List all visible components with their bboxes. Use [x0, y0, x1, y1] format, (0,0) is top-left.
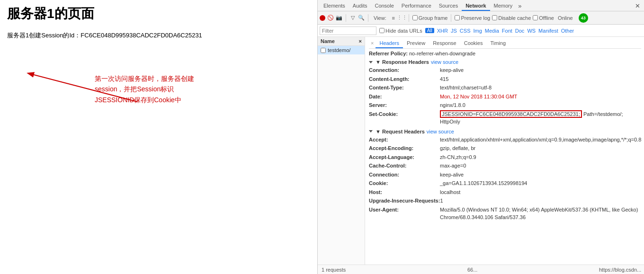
requests-count: 1 requests — [322, 267, 346, 273]
content-length-row: Content-Length: 415 — [369, 75, 641, 83]
date-row: Date: Mon, 12 Nov 2018 11:30:04 GMT — [369, 93, 641, 101]
tab-timing[interactable]: Timing — [486, 39, 510, 48]
font-filter[interactable]: Font — [502, 28, 512, 34]
tab-console[interactable]: Console — [371, 1, 397, 11]
group-frame-checkbox[interactable] — [412, 15, 418, 20]
cookie-row: Cookie: _ga=GA1.1.1026713934.1529998194 — [369, 179, 641, 187]
detail-panel-close[interactable]: × — [369, 39, 376, 48]
more-tabs-icon[interactable]: » — [516, 1, 523, 11]
date-name: Date: — [369, 93, 440, 101]
date-value: Mon, 12 Nov 2018 11:30:04 GMT — [440, 93, 517, 101]
hide-data-urls-checkbox[interactable] — [379, 28, 385, 33]
stop-icon[interactable]: 🚫 — [327, 15, 334, 21]
img-filter[interactable]: Img — [473, 28, 482, 34]
search-icon[interactable]: 🔍 — [358, 15, 365, 21]
tab-memory[interactable]: Memory — [490, 1, 517, 11]
ws-filter[interactable]: WS — [527, 28, 536, 34]
content-type-name: Content-Type: — [369, 84, 440, 92]
bottom-link[interactable]: https://blog.csdn... — [599, 267, 641, 273]
bottom-bar: 1 requests 66... https://blog.csdn... — [318, 265, 644, 274]
tab-audits[interactable]: Audits — [349, 1, 371, 11]
req-connection-row: Connection: keep-alive — [369, 171, 641, 179]
separator — [346, 14, 346, 22]
xhr-filter[interactable]: XHR — [437, 28, 448, 34]
camera-icon[interactable]: 📷 — [336, 15, 342, 21]
request-headers-toggle[interactable] — [369, 130, 373, 133]
filter-bar: Hide data URLs All XHR JS CSS Img Media … — [318, 25, 644, 37]
response-headers-toggle[interactable] — [369, 61, 373, 63]
tab-headers[interactable]: Headers — [376, 39, 403, 48]
connection-value: keep-alive — [440, 66, 464, 74]
devtools-top-tabs: Elements Audits Console Performance Sour… — [318, 0, 644, 11]
status-circle: 43 — [579, 13, 588, 23]
manifest-filter[interactable]: Manifest — [538, 28, 558, 34]
cookie-value: _ga=GA1.1.1026713934.1529998194 — [440, 179, 527, 187]
connection-name: Connection: — [369, 66, 440, 74]
tab-performance[interactable]: Performance — [398, 1, 435, 11]
view-grid-icon[interactable]: ⋮⋮ — [399, 15, 405, 21]
set-cookie-row: Set-Cookie: JSESSIONID=FC6CE048D995938CA… — [369, 110, 641, 126]
disable-cache-checkbox[interactable] — [492, 15, 497, 20]
accept-row: Accept: text/html,application/xhtml+xml,… — [369, 136, 641, 144]
file-item-testdemo[interactable]: testdemo/ — [318, 46, 365, 54]
accept-language-value: zh-CN,zh;q=0.9 — [440, 153, 476, 161]
doc-filter[interactable]: Doc — [515, 28, 525, 34]
hide-data-urls-label[interactable]: Hide data URLs — [379, 28, 422, 34]
tab-preview[interactable]: Preview — [403, 39, 429, 48]
tab-elements[interactable]: Elements — [320, 1, 349, 11]
name-column-header: Name — [321, 38, 335, 44]
preserve-log-label[interactable]: Preserve log — [455, 15, 490, 21]
upgrade-insecure-row: Upgrade-Insecure-Requests: 1 — [369, 197, 641, 205]
cache-control-row: Cache-Control: max-age=0 — [369, 162, 641, 170]
offline-label[interactable]: Offline — [533, 15, 554, 21]
accept-name: Accept: — [369, 136, 440, 144]
detail-tabs: × Headers Preview Response Cookies Timin… — [369, 39, 641, 49]
group-frame-label[interactable]: Group frame — [412, 15, 448, 21]
other-filter[interactable]: Other — [561, 28, 574, 34]
file-checkbox[interactable] — [321, 48, 326, 53]
response-view-source[interactable]: view source — [431, 59, 458, 65]
host-name: Host: — [369, 188, 440, 196]
preserve-log-checkbox[interactable] — [455, 15, 460, 20]
left-panel: 服务器1的页面 服务器1创建Session的Id：FC6CE048D995938… — [0, 0, 317, 274]
close-column[interactable]: × — [359, 38, 362, 44]
file-list-header: Name × — [318, 37, 365, 46]
filter-input[interactable] — [320, 27, 376, 35]
view-list-icon[interactable]: ≡ — [390, 15, 397, 21]
user-agent-value: Mozilla/5.0 (Windows NT 10.0; Win64; x64… — [440, 206, 641, 221]
separator2 — [368, 14, 368, 22]
accept-encoding-value: gzip, deflate, br — [440, 144, 475, 152]
response-connection-row: Connection: keep-alive — [369, 66, 641, 74]
page-title: 服务器1的页面 — [0, 0, 317, 27]
tab-response[interactable]: Response — [429, 39, 460, 48]
host-row: Host: localhost — [369, 188, 641, 196]
accept-encoding-row: Accept-Encoding: gzip, deflate, br — [369, 144, 641, 152]
devtools-close-button[interactable]: ✕ — [632, 1, 643, 11]
set-cookie-value: JSESSIONID=FC6CE048D995938CADC2FD0DA6C25… — [440, 110, 641, 126]
referrer-policy-value: no-referrer-when-downgrade — [409, 51, 475, 56]
request-view-source[interactable]: view source — [427, 129, 454, 134]
all-filter-tag[interactable]: All — [425, 28, 434, 33]
content-type-row: Content-Type: text/html;charset=utf-8 — [369, 84, 641, 92]
separator3 — [409, 14, 409, 22]
disable-cache-label[interactable]: Disable cache — [492, 15, 531, 21]
server-value: nginx/1.8.0 — [440, 101, 465, 109]
tab-sources[interactable]: Sources — [435, 1, 462, 11]
size-info: 66... — [467, 267, 477, 273]
devtools-toolbar: 🚫 📷 ▽ 🔍 View: ≡ ⋮⋮ Group frame Preserve … — [318, 11, 644, 25]
tab-cookies[interactable]: Cookies — [460, 39, 487, 48]
session-id-line: 服务器1创建Session的Id：FC6CE048D995938CADC2FD0… — [0, 27, 317, 44]
offline-checkbox[interactable] — [533, 15, 538, 20]
cache-control-name: Cache-Control: — [369, 162, 440, 170]
user-agent-row: User-Agent: Mozilla/5.0 (Windows NT 10.0… — [369, 206, 641, 221]
tab-network[interactable]: Network — [462, 1, 490, 11]
css-filter[interactable]: CSS — [460, 28, 471, 34]
set-cookie-name: Set-Cookie: — [369, 110, 440, 126]
filter-icon[interactable]: ▽ — [349, 15, 356, 21]
req-connection-name: Connection: — [369, 171, 440, 179]
media-filter[interactable]: Media — [485, 28, 499, 34]
record-button[interactable] — [320, 15, 325, 21]
online-label[interactable]: Online — [556, 14, 575, 22]
js-filter[interactable]: JS — [451, 28, 457, 34]
server-name: Server: — [369, 101, 440, 109]
